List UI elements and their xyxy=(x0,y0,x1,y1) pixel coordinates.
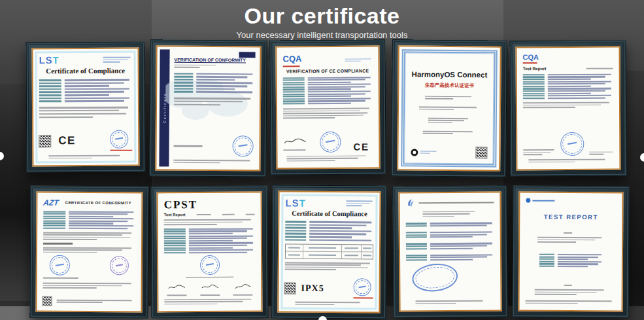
field-label-line xyxy=(43,221,65,222)
field-value-line xyxy=(310,227,352,229)
text-line xyxy=(103,57,131,58)
certificate-cpst-test-report[interactable]: CPST Test Report xyxy=(150,186,268,319)
field-label-line xyxy=(406,243,427,245)
field-label-line xyxy=(539,266,554,267)
certificate-harmonyos-connect[interactable]: HarmonyOS Connect 生态产品技术认证证书 xyxy=(391,39,507,177)
field-row xyxy=(283,98,373,99)
field-value-line xyxy=(310,224,366,226)
cert-footer-row xyxy=(43,297,135,306)
field-value-line xyxy=(548,74,611,76)
field-row xyxy=(523,85,613,87)
table-cell xyxy=(303,245,342,252)
certificate-blue-logo[interactable] xyxy=(392,185,507,317)
certificate-cqa-test-report[interactable]: CQA Test Report xyxy=(509,41,626,177)
date-line xyxy=(43,277,78,278)
field-row xyxy=(164,228,255,230)
field-list xyxy=(539,253,603,268)
text-line xyxy=(523,102,609,103)
certificate-lst-ipx5[interactable]: LST Certificate of Compliance IPX5 xyxy=(271,185,386,319)
disclaimer-paragraph xyxy=(43,281,135,290)
huawei-logo-block xyxy=(411,149,437,156)
report-title: Test Report xyxy=(164,213,186,217)
field-label-line xyxy=(283,91,305,92)
field-label-line xyxy=(174,88,193,90)
field-label-line xyxy=(39,92,61,94)
field-value-line xyxy=(196,91,252,93)
cert-footer-row xyxy=(407,147,490,160)
field-row xyxy=(285,230,373,232)
footer-lines xyxy=(529,158,608,164)
field-row xyxy=(539,258,603,260)
field-value-line xyxy=(69,222,113,224)
carousel-dot-bottom[interactable] xyxy=(318,316,327,320)
field-label-line xyxy=(283,98,305,99)
field-value-line xyxy=(69,221,127,222)
field-label-line xyxy=(164,228,186,230)
field-row xyxy=(523,74,613,76)
lst-stamp xyxy=(109,129,130,151)
certificate-paper: LST Certificate of Compliance IPX5 xyxy=(277,190,381,313)
certificate-test-report[interactable]: TEST REPORT xyxy=(512,186,629,318)
field-value-line xyxy=(189,228,252,230)
field-value-line xyxy=(69,227,127,229)
certificate-lst-compliance[interactable]: LST Certificate of Compliance CE xyxy=(25,42,145,173)
page-title: Our certificate xyxy=(0,3,644,28)
cert-head xyxy=(526,198,616,204)
field-value-line xyxy=(69,218,133,220)
field-label-line xyxy=(43,222,65,224)
text-line xyxy=(345,58,371,60)
field-label-line xyxy=(285,227,306,229)
signature-line xyxy=(174,145,203,147)
reference-lines xyxy=(174,63,218,69)
text-line xyxy=(174,101,243,103)
field-row xyxy=(174,85,254,87)
text-line xyxy=(537,239,595,240)
field-value-line xyxy=(430,234,486,236)
report-number-lines xyxy=(345,57,372,63)
cert-head: AZT CERTIFICATE OF CONFORMITY xyxy=(43,198,135,208)
field-label-line xyxy=(164,249,186,251)
azt-logo: AZT xyxy=(42,198,59,207)
field-value-line xyxy=(310,239,372,241)
certificate-paper: HarmonyOS Connect 生态产品技术认证证书 xyxy=(397,45,501,171)
field-label-line xyxy=(283,82,305,83)
field-label-line xyxy=(285,239,306,241)
field-value-line xyxy=(197,76,248,78)
field-label-line xyxy=(43,211,65,212)
field-label-line xyxy=(523,79,545,80)
text-line xyxy=(523,107,575,108)
text-line xyxy=(420,152,430,154)
field-row xyxy=(283,88,373,90)
certificate-verification-of-conformity[interactable]: Certificate VERIFICATION OF CONFORMITY xyxy=(149,39,267,177)
cert-footer-row: CE xyxy=(39,130,132,152)
field-value-line xyxy=(65,97,129,99)
field-row xyxy=(164,247,255,249)
field-list xyxy=(285,220,373,243)
text-line xyxy=(425,98,453,99)
field-row xyxy=(164,230,255,232)
field-row xyxy=(164,238,255,240)
text-line xyxy=(283,115,364,116)
signature-block xyxy=(167,281,186,298)
field-row xyxy=(43,225,135,227)
signature-icon xyxy=(201,283,219,291)
field-value-line xyxy=(189,245,247,247)
signature-block xyxy=(233,281,252,298)
field-row xyxy=(539,261,603,263)
cert-footer-row: CE xyxy=(283,132,373,153)
text-line xyxy=(296,304,335,305)
footer-lines xyxy=(57,298,135,304)
section-heading-line xyxy=(43,243,73,245)
field-value-line xyxy=(310,221,372,223)
certificate-paper: TEST REPORT xyxy=(518,192,624,312)
carousel-dot-right[interactable] xyxy=(640,153,644,162)
field-value-line xyxy=(308,103,351,105)
field-label-line xyxy=(523,81,545,82)
cert-head: LST xyxy=(285,198,373,209)
text-line xyxy=(174,67,199,68)
certificate-azt-conformity[interactable]: AZT CERTIFICATE OF CONFORMITY xyxy=(29,186,148,319)
certificate-cqa-ce-compliance[interactable]: CQA VERIFICATION OF CE COMPLIANCE CE xyxy=(269,39,386,175)
field-value-line xyxy=(196,85,247,87)
cqa-stamp xyxy=(558,130,586,158)
certificate-paper: LST Certificate of Compliance CE xyxy=(32,48,140,167)
